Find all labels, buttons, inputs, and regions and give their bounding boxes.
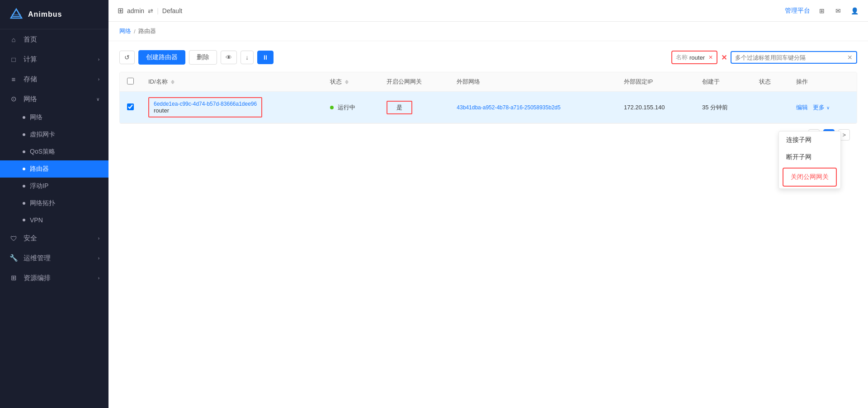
col-id-name: ID/名称 <box>141 72 323 92</box>
sidebar-item-security[interactable]: 🛡 安全 › <box>0 228 108 248</box>
user-icon[interactable]: 👤 <box>850 6 859 15</box>
col-gateway: 开启公网网关 <box>379 72 449 92</box>
sidebar-item-topology[interactable]: 网络拓扑 <box>0 195 108 212</box>
more-chevron-icon: ∨ <box>826 105 830 110</box>
sidebar-item-network-sub[interactable]: 网络 <box>0 109 108 126</box>
search-input[interactable] <box>735 54 845 61</box>
sidebar-item-storage[interactable]: ≡ 存储 › <box>0 69 108 89</box>
status-label: 运行中 <box>338 104 355 111</box>
logo-icon <box>9 7 24 22</box>
logo-text: Animbus <box>28 10 62 19</box>
eye-icon: 👁 <box>226 54 232 61</box>
sidebar-item-home[interactable]: ⌂ 首页 <box>0 29 108 49</box>
chevron-down-icon: ∨ <box>96 97 99 102</box>
dot-icon <box>23 219 25 221</box>
default-label: Default <box>162 7 182 14</box>
download-button[interactable]: ↓ <box>241 51 254 64</box>
router-name: router <box>154 107 257 114</box>
chevron-right-icon: › <box>98 236 99 241</box>
search-close-button[interactable]: ✕ <box>847 54 853 61</box>
download-icon: ↓ <box>245 54 249 61</box>
management-link[interactable]: 管理平台 <box>785 7 810 15</box>
dot-icon <box>23 133 25 136</box>
topbar: ⊞ admin ⇄ | Default 管理平台 ⊞ ✉ 👤 <box>108 0 868 22</box>
col-action: 操作 <box>789 72 857 92</box>
breadcrumb-network[interactable]: 网络 <box>119 27 131 35</box>
created-time: 35 分钟前 <box>695 92 752 123</box>
col-state: 状态 <box>752 72 789 92</box>
filter-tag-close-button[interactable]: ✕ <box>708 54 713 61</box>
breadcrumb: 网络 / 路由器 <box>108 22 868 41</box>
filter-tag-label: 名称 <box>676 53 688 61</box>
resource-icon: ⊞ <box>9 273 18 282</box>
col-external-network: 外部网络 <box>449 72 617 92</box>
sidebar-item-ops[interactable]: 🔧 运维管理 › <box>0 248 108 268</box>
router-id[interactable]: 6edde1ea-c99c-4d74-b57d-83666a1dee96 <box>154 101 257 107</box>
filter-tag: 名称 router ✕ <box>671 51 717 64</box>
topbar-right: 管理平台 ⊞ ✉ 👤 <box>785 6 859 15</box>
eye-button[interactable]: 👁 <box>221 51 237 64</box>
search-box: ✕ <box>731 51 857 64</box>
table-container: ID/名称 状态 <box>119 72 857 124</box>
col-external-ip: 外部固定IP <box>617 72 695 92</box>
toolbar: ↺ 创建路由器 删除 👁 ↓ ⏸ 名称 router ✕ <box>119 50 857 65</box>
close-gateway-item[interactable]: 关闭公网网关 <box>783 168 837 187</box>
pause-button[interactable]: ⏸ <box>257 51 274 64</box>
more-button[interactable]: 更多 <box>813 104 825 111</box>
sort-icon <box>171 80 175 84</box>
dot-icon <box>23 116 25 119</box>
pagination: 总计： 1 < 1 > <box>119 124 857 146</box>
refresh-icon: ↺ <box>124 54 130 61</box>
external-network[interactable]: 43b41dba-a952-4b78-a716-25058935b2d5 <box>457 104 561 111</box>
state-label <box>752 92 789 123</box>
filter-tag-value: router <box>689 54 705 61</box>
logo: Animbus <box>0 0 108 29</box>
sync-icon[interactable]: ⇄ <box>148 7 153 14</box>
dot-icon <box>23 150 25 153</box>
edit-button[interactable]: 编辑 <box>796 104 808 111</box>
sidebar-item-vpn[interactable]: VPN <box>0 212 108 228</box>
create-router-button[interactable]: 创建路由器 <box>138 50 185 65</box>
page-content: ↺ 创建路由器 删除 👁 ↓ ⏸ 名称 router ✕ <box>108 41 868 408</box>
dropdown-menu: 连接子网 断开子网 关闭公网网关 <box>778 131 841 189</box>
disconnect-subnet-item[interactable]: 断开子网 <box>779 149 840 166</box>
sort-icon <box>345 80 349 84</box>
grid-view-icon[interactable]: ⊞ <box>817 6 826 15</box>
filter-clear-button[interactable]: ✕ <box>721 53 727 62</box>
row-checkbox[interactable] <box>127 103 134 110</box>
dot-icon <box>23 185 25 188</box>
chevron-right-icon: › <box>98 276 99 281</box>
sidebar-item-floating-ip[interactable]: 浮动IP <box>0 178 108 195</box>
chevron-right-icon: › <box>98 57 99 62</box>
storage-icon: ≡ <box>9 75 18 84</box>
sidebar-item-router[interactable]: 路由器 <box>0 160 108 178</box>
router-id-cell: 6edde1ea-c99c-4d74-b57d-83666a1dee96 rou… <box>148 97 262 117</box>
refresh-button[interactable]: ↺ <box>119 51 135 64</box>
dot-icon <box>23 168 25 170</box>
mail-icon[interactable]: ✉ <box>834 6 843 15</box>
admin-label: admin <box>127 7 144 14</box>
sidebar-item-virtual-nic[interactable]: 虚拟网卡 <box>0 126 108 143</box>
sidebar-item-compute[interactable]: □ 计算 › <box>0 49 108 69</box>
topbar-divider: | <box>157 7 159 14</box>
col-created: 创建于 <box>695 72 752 92</box>
main-content: ⊞ admin ⇄ | Default 管理平台 ⊞ ✉ 👤 网络 / 路由器 … <box>108 0 868 408</box>
compute-icon: □ <box>9 55 18 64</box>
topbar-left: ⊞ admin ⇄ | Default <box>118 6 182 15</box>
chevron-right-icon: › <box>98 77 99 82</box>
shield-icon: 🛡 <box>9 234 18 243</box>
select-all-checkbox[interactable] <box>127 78 134 84</box>
delete-button[interactable]: 删除 <box>189 50 217 65</box>
sidebar-item-qos[interactable]: QoS策略 <box>0 143 108 160</box>
table-row: 6edde1ea-c99c-4d74-b57d-83666a1dee96 rou… <box>120 92 857 123</box>
home-icon: ⌂ <box>9 35 18 44</box>
dot-icon <box>23 202 25 205</box>
network-icon: ⊙ <box>9 94 18 103</box>
ops-icon: 🔧 <box>9 253 18 263</box>
connect-subnet-item[interactable]: 连接子网 <box>779 131 840 149</box>
sidebar-item-resource[interactable]: ⊞ 资源编排 › <box>0 268 108 288</box>
chevron-right-icon: › <box>98 256 99 261</box>
router-table: ID/名称 状态 <box>120 72 857 123</box>
external-ip: 172.20.155.140 <box>617 92 695 123</box>
sidebar-item-network[interactable]: ⊙ 网络 ∨ <box>0 89 108 109</box>
